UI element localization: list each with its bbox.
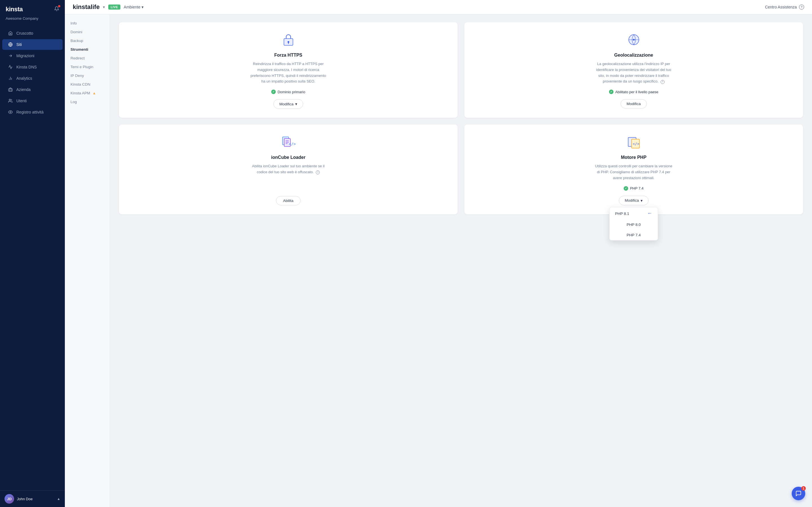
chevron-up-icon[interactable]: ▲ [57,497,60,501]
forza-https-modify-button[interactable]: Modifica ▾ [273,99,303,109]
ambiente-label: Ambiente [124,5,140,9]
eye-icon [8,110,13,115]
svg-point-7 [10,112,11,113]
svg-point-9 [288,41,289,43]
geolocalizzazione-icon [625,31,642,48]
sidebar-item-label: Registro attività [16,110,43,114]
sub-nav-log[interactable]: Log [65,98,110,106]
migrations-icon [8,53,13,58]
ioncube-icon: </> [280,133,297,151]
ioncube-info-icon[interactable]: ? [316,170,320,174]
ioncube-card: </> ionCube Loader Abilita ionCube Loade… [119,124,458,214]
user-name: John Doe [17,497,33,501]
geolocalizzazione-title: Geolocalizzazione [614,53,653,58]
main-area: kinstalife ▾ LIVE Ambiente ▾ Centro Assi… [65,0,812,507]
php-option-8-0[interactable]: PHP 8.0 [610,219,658,230]
forza-https-btn-label: Modifica [280,102,294,106]
sidebar-item-label: Utenti [16,99,27,103]
sidebar: kinsta Awesome Company Cruscotto Siti [0,0,65,507]
sidebar-item-siti[interactable]: Siti [2,39,63,50]
php-status-label: PHP 7.4 [630,186,644,190]
sidebar-item-label: Kinsta DNS [16,65,37,69]
chat-button[interactable]: 1 [792,487,805,500]
sub-nav-temi-plugin[interactable]: Temi e Plugin [65,62,110,71]
notification-badge [58,5,60,7]
forza-https-desc: Reindirizza il traffico da HTTP a HTTPS … [249,61,328,84]
php-option-8-1[interactable]: PHP 8.1 ← [610,207,658,219]
sidebar-logo: kinsta [0,0,65,15]
sidebar-item-analytics[interactable]: Analytics [2,73,63,83]
motore-php-title: Motore PHP [621,155,647,160]
sub-nav-redirect[interactable]: Redirect [65,54,110,62]
forza-https-status: Dominio primario [271,90,305,94]
sidebar-item-azienda[interactable]: Azienda [2,84,63,95]
sidebar-footer: JD John Doe ▲ [0,490,65,507]
sub-nav-strumenti[interactable]: Strumenti [65,45,110,54]
help-icon: ? [799,4,804,10]
sidebar-item-label: Azienda [16,87,31,92]
ioncube-enable-button[interactable]: Abilita [276,196,301,205]
sidebar-nav: Cruscotto Siti Migrazioni Kinsta DNS Ana… [0,25,65,490]
warning-icon: ▲ [93,91,96,95]
sidebar-item-registro-attivita[interactable]: Registro attività [2,107,63,117]
status-dot-php [624,186,628,191]
php-btn-label: Modifica [625,198,639,203]
php-modify-wrapper: Modifica ▾ PHP 8.1 ← PHP 8.0 PHP 7.4 [619,196,649,205]
geo-status: Abilitato per il livello paese [609,90,658,94]
page-content: Forza HTTPS Reindirizza il traffico da H… [110,14,812,507]
geo-modify-button[interactable]: Modifica [620,99,647,108]
sidebar-item-label: Analytics [16,76,32,80]
home-icon [8,31,13,36]
sub-nav-info[interactable]: Info [65,19,110,27]
logo-text: kinsta [6,6,23,13]
sub-nav-kinsta-cdn[interactable]: Kinsta CDN [65,80,110,89]
site-dropdown-icon[interactable]: ▾ [103,5,105,9]
sidebar-item-cruscotto[interactable]: Cruscotto [2,28,63,39]
notification-bell[interactable] [54,6,59,12]
sidebar-item-kinsta-dns[interactable]: Kinsta DNS [2,62,63,72]
geo-btn-label: Modifica [626,102,641,106]
motore-php-desc: Utilizza questi controlli per cambiare l… [594,163,673,181]
site-name: kinstalife [73,3,100,11]
building-icon [8,87,13,92]
sub-nav-backup[interactable]: Backup [65,36,110,45]
motore-php-card: </> Motore PHP Utilizza questi controlli… [464,124,803,214]
geo-info-icon[interactable]: ? [661,80,665,84]
sub-nav-kinsta-apm[interactable]: Kinsta APM ▲ [65,89,110,98]
svg-point-6 [9,99,10,101]
ambiente-button[interactable]: Ambiente ▾ [124,5,144,9]
geolocalizzazione-desc: La geolocalizzazione utilizza l'indirizz… [594,61,673,84]
sidebar-item-label: Siti [16,42,22,47]
sidebar-item-utenti[interactable]: Utenti [2,96,63,106]
forza-https-title: Forza HTTPS [274,53,303,58]
avatar: JD [4,494,14,504]
sub-nav-domini[interactable]: Domini [65,27,110,36]
sub-nav-ip-deny[interactable]: IP Deny [65,71,110,80]
svg-text:</>: </> [633,142,640,146]
status-dot-geo [609,90,613,94]
status-dot-https [271,90,276,94]
php-dropdown-menu: PHP 8.1 ← PHP 8.0 PHP 7.4 [609,207,658,240]
forza-https-icon [280,31,297,48]
svg-point-13 [633,39,635,41]
sub-nav: Info Domini Backup Strumenti Redirect Te… [65,14,110,507]
company-name: Awesome Company [6,16,38,20]
tools-grid: Forza HTTPS Reindirizza il traffico da H… [119,22,803,214]
dns-icon [8,64,13,69]
php-option-7-4[interactable]: PHP 7.4 [610,230,658,240]
live-badge: LIVE [108,4,120,10]
sidebar-item-label: Migrazioni [16,54,35,58]
globe-icon [8,42,13,47]
help-center[interactable]: Centro Assistenza ? [765,4,804,10]
svg-text:</>: </> [289,142,296,146]
sidebar-item-migrazioni[interactable]: Migrazioni [2,50,63,61]
chart-icon [8,76,13,81]
geolocalizzazione-card: Geolocalizzazione La geolocalizzazione u… [464,22,803,118]
selected-arrow-icon: ← [647,210,652,216]
php-modify-button[interactable]: Modifica ▾ [619,196,649,205]
php-status: PHP 7.4 [624,186,644,191]
sidebar-item-label: Cruscotto [16,31,33,36]
topbar: kinstalife ▾ LIVE Ambiente ▾ Centro Assi… [65,0,812,14]
ioncube-title: ionCube Loader [271,155,306,160]
geo-status-label: Abilitato per il livello paese [615,90,658,94]
